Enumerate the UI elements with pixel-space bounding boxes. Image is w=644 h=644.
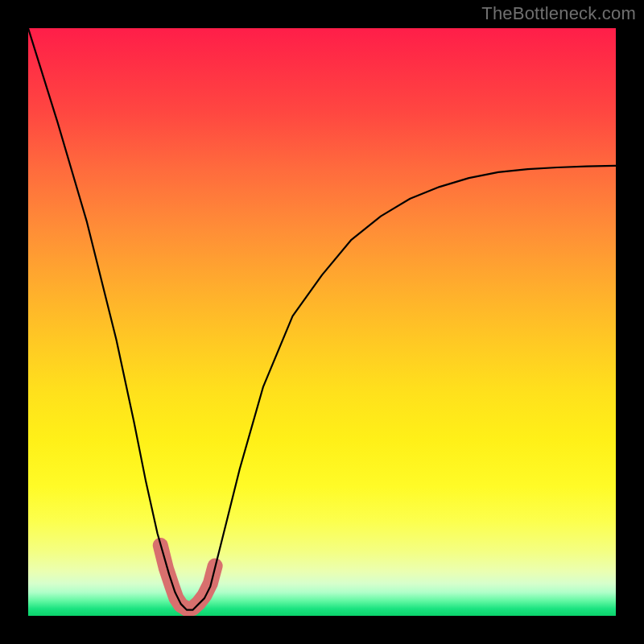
valley-highlight xyxy=(160,545,215,609)
watermark-label: TheBottleneck.com xyxy=(481,3,636,24)
curve-svg xyxy=(28,28,616,616)
bottleneck-curve xyxy=(28,28,616,610)
plot-area xyxy=(28,28,616,616)
chart-frame: TheBottleneck.com xyxy=(0,0,644,644)
